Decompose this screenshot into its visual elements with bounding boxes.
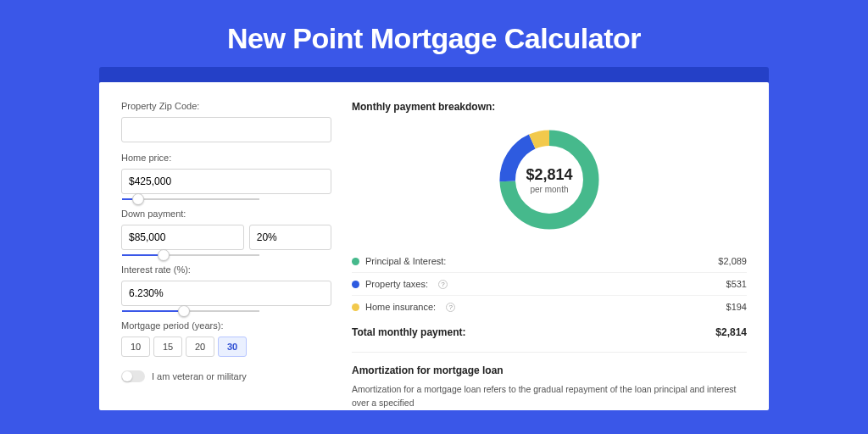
veteran-toggle[interactable]	[121, 370, 145, 382]
zip-input[interactable]	[121, 117, 331, 142]
slider-thumb[interactable]	[158, 249, 170, 261]
donut-center-value: $2,814	[526, 166, 572, 184]
legend-value: $2,089	[718, 256, 747, 266]
slider-thumb[interactable]	[178, 305, 190, 317]
down-payment-input[interactable]	[121, 225, 244, 250]
down-payment-percent-input[interactable]	[249, 225, 331, 250]
legend-value: $194	[726, 302, 747, 312]
dot-icon	[352, 258, 359, 265]
legend-insurance: Home insurance: ? $194	[352, 296, 747, 318]
divider	[352, 352, 747, 353]
period-button-10[interactable]: 10	[121, 337, 150, 357]
header: New Point Mortgage Calculator	[0, 0, 868, 67]
donut-center-sub: per month	[530, 185, 568, 194]
total-row: Total monthly payment: $2,814	[352, 318, 747, 350]
legend-label: Principal & Interest:	[365, 256, 446, 266]
period-buttons: 10 15 20 30	[121, 337, 331, 357]
page-title: New Point Mortgage Calculator	[0, 22, 868, 55]
total-label: Total monthly payment:	[352, 326, 465, 338]
interest-rate-input[interactable]	[121, 281, 331, 306]
form-column: Property Zip Code: Home price: Down paym…	[121, 101, 331, 410]
amortization-text: Amortization for a mortgage loan refers …	[352, 383, 747, 410]
period-button-20[interactable]: 20	[186, 337, 214, 357]
home-price-label: Home price:	[121, 153, 331, 163]
total-value: $2,814	[715, 326, 747, 338]
veteran-row: I am veteran or military	[121, 370, 331, 382]
home-price-slider[interactable]	[122, 198, 259, 200]
slider-thumb[interactable]	[132, 193, 144, 205]
dot-icon	[352, 281, 359, 288]
down-payment-label: Down payment:	[121, 209, 331, 219]
veteran-label: I am veteran or military	[152, 371, 247, 381]
info-icon[interactable]: ?	[438, 280, 448, 289]
breakdown-column: Monthly payment breakdown: $2,814 per mo…	[352, 101, 747, 410]
legend-value: $531	[726, 279, 747, 289]
interest-rate-slider[interactable]	[122, 310, 259, 312]
legend-taxes: Property taxes: ? $531	[352, 273, 747, 296]
legend-principal: Principal & Interest: $2,089	[352, 250, 747, 273]
info-icon[interactable]: ?	[446, 303, 455, 312]
period-button-30[interactable]: 30	[218, 337, 247, 357]
donut-chart-container: $2,814 per month	[352, 121, 747, 250]
zip-label: Property Zip Code:	[121, 101, 331, 111]
header-accent-bar	[99, 67, 769, 82]
donut-chart: $2,814 per month	[494, 125, 604, 235]
interest-rate-label: Interest rate (%):	[121, 264, 331, 275]
amortization-title: Amortization for mortgage loan	[352, 364, 747, 376]
legend-label: Property taxes:	[365, 279, 428, 289]
breakdown-title: Monthly payment breakdown:	[352, 101, 747, 113]
legend-label: Home insurance:	[365, 302, 436, 312]
home-price-input[interactable]	[121, 169, 331, 194]
calculator-card: Property Zip Code: Home price: Down paym…	[99, 82, 769, 410]
period-label: Mortgage period (years):	[121, 320, 331, 331]
down-payment-slider[interactable]	[122, 254, 259, 256]
dot-icon	[352, 303, 359, 311]
period-button-15[interactable]: 15	[153, 337, 182, 357]
